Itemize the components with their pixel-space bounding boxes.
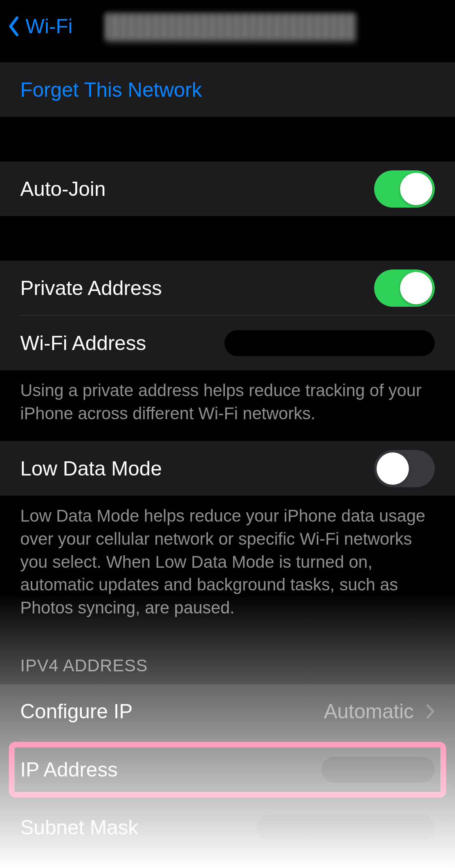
chevron-right-icon [426, 704, 435, 719]
ip-address-label: IP Address [20, 758, 322, 781]
forget-network-button[interactable]: Forget This Network [0, 62, 455, 117]
navigation-bar: Wi-Fi [0, 0, 455, 53]
subnet-mask-label: Subnet Mask [20, 816, 257, 839]
low-data-label: Low Data Mode [20, 457, 374, 480]
configure-ip-value: Automatic [324, 700, 414, 723]
auto-join-row: Auto-Join [0, 161, 455, 216]
auto-join-toggle[interactable] [374, 170, 435, 208]
back-button[interactable]: Wi-Fi [8, 15, 73, 38]
low-data-footer: Low Data Mode helps reduce your iPhone d… [0, 496, 455, 635]
wifi-address-label: Wi-Fi Address [20, 331, 224, 355]
subnet-mask-row: Subnet Mask [0, 800, 455, 855]
ipv4-header: IPV4 ADDRESS [0, 636, 455, 684]
low-data-toggle[interactable] [374, 450, 435, 487]
back-label: Wi-Fi [25, 15, 73, 38]
ip-address-row: IP Address [0, 739, 455, 800]
wifi-address-row: Wi-Fi Address [0, 316, 455, 370]
configure-ip-row[interactable]: Configure IP Automatic [0, 684, 455, 739]
network-name-title [105, 13, 356, 39]
private-address-row: Private Address [0, 261, 455, 315]
wifi-address-value-redacted [224, 330, 435, 356]
auto-join-label: Auto-Join [20, 177, 374, 201]
ip-address-value-redacted [322, 757, 435, 783]
configure-ip-label: Configure IP [20, 700, 324, 723]
private-address-toggle[interactable] [374, 270, 435, 307]
forget-network-label: Forget This Network [20, 78, 202, 102]
chevron-left-icon [8, 16, 19, 36]
router-row: Router [0, 855, 455, 868]
private-address-footer: Using a private address helps reduce tra… [0, 370, 455, 441]
subnet-mask-value-redacted [257, 815, 435, 840]
private-address-label: Private Address [20, 276, 374, 300]
low-data-row: Low Data Mode [0, 441, 455, 496]
